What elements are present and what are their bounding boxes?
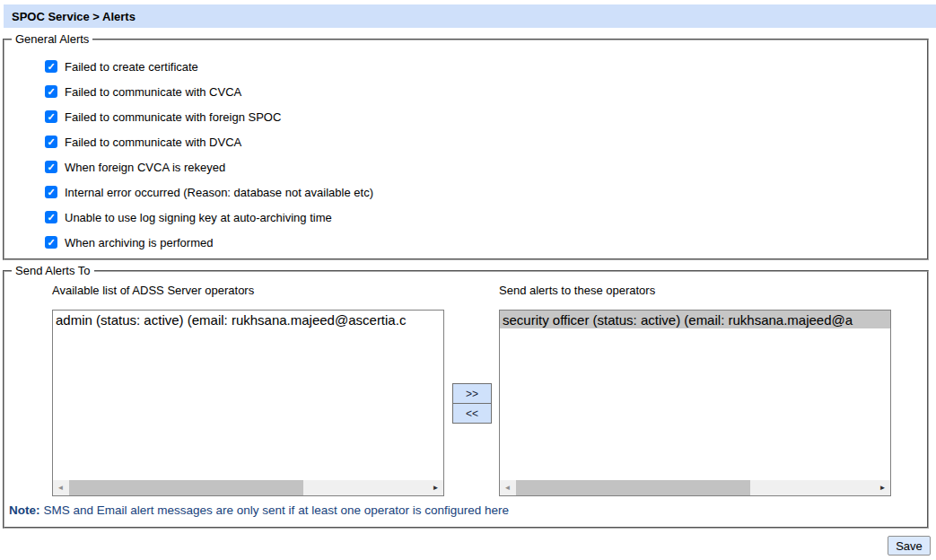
checkbox-checked-icon[interactable]: ✓	[45, 211, 57, 223]
selected-operators-items: security officer (status: active) (email…	[500, 311, 890, 480]
checkbox-checked-icon[interactable]: ✓	[45, 85, 57, 98]
alert-label: Failed to communicate with CVCA	[65, 85, 241, 99]
checkbox-checked-icon[interactable]: ✓	[45, 60, 57, 73]
save-button[interactable]: Save	[888, 536, 931, 556]
checkbox-checked-icon[interactable]: ✓	[45, 161, 57, 173]
alert-label: Failed to communicate with foreign SPOC	[65, 110, 281, 124]
scrollbar-thumb[interactable]	[69, 480, 303, 495]
operator-list-item-selected[interactable]: security officer (status: active) (email…	[500, 311, 890, 328]
scroll-left-icon[interactable]: ◄	[53, 480, 68, 495]
available-operators-items: admin (status: active) (email: rukhsana.…	[53, 311, 443, 480]
selected-operators-label: Send alerts to these operators	[499, 284, 655, 297]
alert-row: ✓ When archiving is performed	[45, 235, 373, 249]
scroll-right-icon[interactable]: ►	[875, 480, 890, 495]
move-right-button[interactable]: >>	[452, 383, 492, 404]
scrollbar-track[interactable]	[515, 480, 875, 495]
horizontal-scrollbar[interactable]: ◄ ►	[500, 480, 890, 495]
available-operators-label: Available list of ADSS Server operators	[52, 284, 254, 297]
alert-row: ✓ Failed to communicate with foreign SPO…	[45, 109, 373, 124]
alert-row: ✓ Internal error occurred (Reason: datab…	[45, 185, 373, 199]
scrollbar-thumb[interactable]	[516, 480, 750, 495]
send-alerts-group: Send Alerts To Available list of ADSS Se…	[3, 270, 929, 529]
page-header: SPOC Service > Alerts	[4, 4, 936, 28]
alert-label: Unable to use log signing key at auto-ar…	[65, 211, 332, 224]
operator-list-item[interactable]: admin (status: active) (email: rukhsana.…	[53, 311, 443, 328]
alert-row: ✓ Failed to create certificate	[45, 59, 373, 74]
alert-row: ✓ Failed to communicate with DVCA	[45, 135, 373, 149]
alert-row: ✓ Unable to use log signing key at auto-…	[45, 210, 373, 224]
alert-row: ✓ Failed to communicate with CVCA	[45, 84, 373, 99]
general-alerts-legend: General Alerts	[12, 32, 92, 47]
move-left-button[interactable]: <<	[452, 403, 492, 424]
checkbox-checked-icon[interactable]: ✓	[45, 236, 57, 249]
general-alerts-checkbox-list: ✓ Failed to create certificate ✓ Failed …	[45, 59, 373, 249]
alert-row: ✓ When foreign CVCA is rekeyed	[45, 160, 373, 174]
alert-label: Failed to communicate with DVCA	[65, 136, 241, 149]
scrollbar-track[interactable]	[68, 480, 428, 495]
scroll-right-icon[interactable]: ►	[428, 480, 443, 495]
checkbox-checked-icon[interactable]: ✓	[45, 136, 57, 148]
note-message: SMS and Email alert messages are only se…	[44, 503, 510, 517]
alert-label: Failed to create certificate	[65, 60, 198, 74]
note-text: Note:SMS and Email alert messages are on…	[9, 503, 509, 517]
scroll-left-icon[interactable]: ◄	[500, 480, 515, 495]
available-operators-listbox[interactable]: admin (status: active) (email: rukhsana.…	[52, 310, 444, 496]
send-alerts-legend: Send Alerts To	[12, 264, 94, 278]
alert-label: When archiving is performed	[65, 236, 213, 249]
alert-label: Internal error occurred (Reason: databas…	[65, 186, 373, 199]
selected-operators-listbox[interactable]: security officer (status: active) (email…	[499, 310, 891, 496]
general-alerts-group: General Alerts ✓ Failed to create certif…	[3, 39, 929, 260]
horizontal-scrollbar[interactable]: ◄ ►	[53, 480, 443, 495]
alert-label: When foreign CVCA is rekeyed	[65, 161, 225, 174]
checkbox-checked-icon[interactable]: ✓	[45, 110, 57, 123]
checkbox-checked-icon[interactable]: ✓	[45, 186, 57, 198]
page-title: SPOC Service > Alerts	[12, 10, 136, 23]
note-label: Note:	[9, 503, 40, 517]
